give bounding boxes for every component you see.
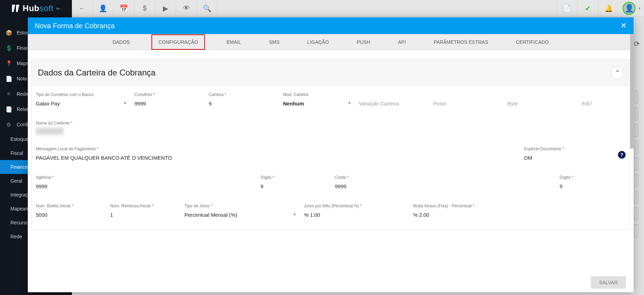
label-conta: Conta * bbox=[335, 175, 551, 180]
juros-mes-input[interactable] bbox=[304, 210, 405, 220]
digito2-input[interactable] bbox=[560, 182, 626, 192]
search-button[interactable]: 🔍 bbox=[197, 0, 218, 16]
back-button[interactable]: ← bbox=[72, 0, 93, 16]
header-right-icons: 📄 ✔ 🔔 👤 ▾ bbox=[556, 0, 644, 16]
label-digito1: Dígito * bbox=[261, 175, 327, 180]
especie-input[interactable] bbox=[524, 153, 608, 163]
box-icon: 📦 bbox=[6, 30, 12, 36]
tab-configuracao[interactable]: CONFIGURAÇÃO bbox=[151, 34, 205, 50]
modal-header: Nova Forma de Cobrança ✕ bbox=[28, 17, 634, 34]
modal-title: Nova Forma de Cobrança bbox=[35, 22, 115, 30]
tab-sms[interactable]: SMS bbox=[263, 35, 286, 49]
person-button[interactable]: 👤 bbox=[93, 0, 114, 16]
gear-icon: ⚙ bbox=[6, 121, 12, 128]
label-msg-local: Mensagem Local de Pagamento * bbox=[36, 146, 516, 151]
tab-push[interactable]: PUSH bbox=[350, 35, 377, 49]
modal-footer: SALVAR bbox=[28, 273, 634, 292]
check-button[interactable]: ✔ bbox=[577, 0, 598, 16]
modal-forma-cobranca: Nova Forma de Cobrança ✕ DADOS CONFIGURA… bbox=[28, 17, 634, 292]
sidebar-sub-label: Mapeam bbox=[10, 206, 29, 212]
multa-input[interactable] bbox=[413, 210, 514, 220]
person-icon: 👤 bbox=[99, 4, 107, 13]
scrollbar[interactable] bbox=[630, 34, 634, 149]
byte-input[interactable] bbox=[507, 99, 573, 109]
variacao-carteira-input[interactable] bbox=[359, 99, 425, 109]
card-body: Tipo de Convênio com o Banco ▾ Convênio … bbox=[32, 86, 630, 230]
bell-icon: 🔔 bbox=[604, 4, 613, 13]
label-especie: Espécie Documento * bbox=[524, 146, 608, 151]
conta-input[interactable] bbox=[335, 182, 551, 192]
agencia-input[interactable] bbox=[36, 182, 252, 192]
label-multa: Multa Atraso (Fixa) - Percentual * bbox=[413, 204, 514, 208]
eye-icon: 👁 bbox=[183, 4, 190, 12]
sidebar-sub-label: Financei bbox=[10, 164, 29, 170]
label-carteira: Carteira * bbox=[209, 92, 275, 97]
sidebar-sub-label: Geral bbox=[10, 178, 22, 184]
label-nome-cedente: Nome do Cedente * bbox=[36, 121, 626, 126]
tab-api[interactable]: API bbox=[392, 35, 412, 49]
label-convenio: Convênio * bbox=[134, 92, 200, 97]
brand-hub: Hub bbox=[23, 3, 39, 13]
money-icon: 💲 bbox=[6, 45, 12, 51]
sidebar-collapse-icon[interactable]: ⇤ bbox=[56, 5, 61, 12]
section-title: Dados da Carteira de Cobrança bbox=[38, 68, 156, 78]
collapse-card-button[interactable]: ⌃ bbox=[611, 66, 624, 79]
video-button[interactable]: ▶ bbox=[155, 0, 176, 16]
pdf-icon: 📄 bbox=[563, 4, 571, 13]
modal-tabs: DADOS CONFIGURAÇÃO EMAIL SMS LIGAÇÃO PUS… bbox=[28, 34, 634, 50]
num-remessa-input[interactable] bbox=[110, 210, 176, 220]
sidebar-sub-label: Rede bbox=[10, 234, 22, 239]
doc-icon: 📄 bbox=[6, 75, 12, 82]
num-boleto-input[interactable] bbox=[36, 210, 102, 220]
video-icon: ▶ bbox=[163, 4, 168, 13]
chevron-down-icon[interactable]: ▾ bbox=[638, 0, 644, 16]
tipo-convenio-select[interactable] bbox=[36, 99, 126, 109]
brand-soft: soft bbox=[39, 3, 53, 13]
eye-button[interactable]: 👁 bbox=[176, 0, 197, 16]
label-num-remessa: Num. Remessa Inicial * bbox=[110, 204, 176, 208]
money-icon: $ bbox=[143, 4, 147, 12]
sidebar-item-label: Rede bbox=[17, 91, 28, 97]
brand-mark-icon bbox=[11, 3, 20, 13]
label-tipo-convenio: Tipo de Convênio com o Banco bbox=[36, 92, 126, 97]
tipo-juros-select[interactable] bbox=[184, 210, 296, 220]
posto-input[interactable] bbox=[433, 99, 499, 109]
tab-email[interactable]: EMAIL bbox=[220, 35, 247, 49]
calendar-button[interactable]: 📅 bbox=[114, 0, 134, 16]
back-icon: ← bbox=[79, 4, 86, 12]
tab-dados[interactable]: DADOS bbox=[106, 35, 136, 49]
save-button[interactable]: SALVAR bbox=[591, 276, 626, 289]
sidebar-sub-label: Estoque bbox=[10, 136, 28, 142]
modal-body[interactable]: Dados da Carteira de Cobrança ⌃ Tipo de … bbox=[28, 50, 634, 273]
digito1-input[interactable] bbox=[261, 182, 327, 192]
card-carteira-cobranca: Dados da Carteira de Cobrança ⌃ Tipo de … bbox=[31, 59, 630, 230]
convenio-input[interactable] bbox=[134, 99, 200, 109]
pin-icon: 📍 bbox=[6, 60, 12, 67]
report-icon: 📑 bbox=[6, 106, 12, 113]
brand-logo: Hubsoft ⇤ bbox=[0, 0, 72, 17]
label-mod-carteira: Mod. Carteira bbox=[283, 92, 350, 97]
profile-avatar[interactable]: 👤 bbox=[622, 2, 636, 15]
pdf-button[interactable]: 📄 bbox=[556, 0, 577, 16]
top-header: Hubsoft ⇤ ← 👤 📅 $ ▶ 👁 🔍 📄 ✔ 🔔 👤 ▾ bbox=[0, 0, 644, 17]
edi7-input[interactable] bbox=[582, 99, 634, 109]
tab-parametros-extras[interactable]: PARÂMETROS EXTRAS bbox=[427, 35, 494, 49]
carteira-input[interactable] bbox=[209, 99, 275, 109]
tab-ligacao[interactable]: LIGAÇÃO bbox=[301, 35, 335, 49]
refresh-icon[interactable]: ⟳ bbox=[634, 40, 640, 48]
label-tipo-juros: Tipo de Juros * bbox=[184, 204, 296, 208]
search-icon: 🔍 bbox=[203, 4, 212, 13]
card-head: Dados da Carteira de Cobrança ⌃ bbox=[32, 59, 630, 86]
mod-carteira-select[interactable] bbox=[283, 99, 350, 109]
tab-certificado[interactable]: CERTIFICADO bbox=[510, 35, 555, 49]
sidebar-sub-label: Fiscal bbox=[10, 150, 23, 156]
label-num-boleto: Num. Boleto Inicial * bbox=[36, 204, 102, 208]
notifications-button[interactable]: 🔔 bbox=[598, 0, 619, 16]
network-icon: ≡ bbox=[6, 91, 12, 97]
help-icon[interactable]: ? bbox=[618, 151, 626, 159]
close-icon[interactable]: ✕ bbox=[620, 21, 627, 30]
money-button[interactable]: $ bbox=[134, 0, 155, 16]
label-digito2: Dígito * bbox=[560, 175, 626, 180]
nome-cedente-value bbox=[36, 128, 64, 135]
msg-local-input[interactable] bbox=[36, 153, 516, 163]
